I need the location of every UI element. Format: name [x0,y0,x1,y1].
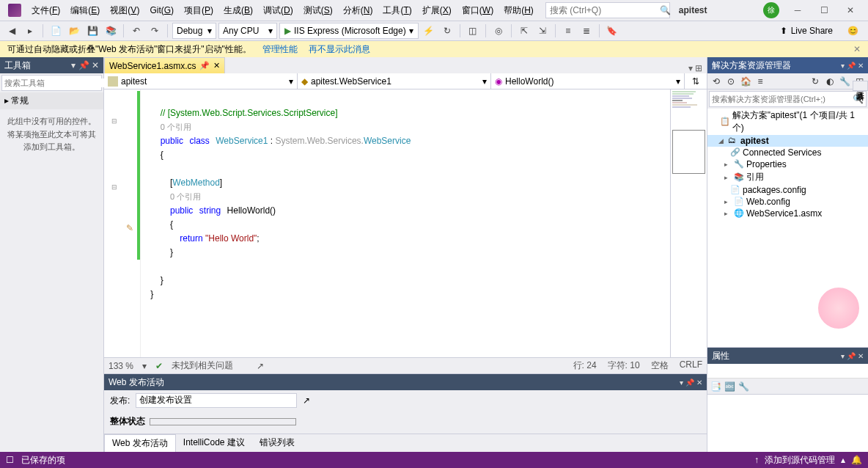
play-icon: ▶ [284,26,291,36]
close-tab-icon[interactable]: ✕ [213,61,220,70]
feedback-icon[interactable]: 😊 [847,26,858,36]
solution-search[interactable]: 🔍 [709,91,867,107]
nav-fwd-button[interactable]: ▸ [22,23,38,39]
menu-view[interactable]: 视图(V) [106,2,144,19]
split-icon[interactable]: ⇅ [685,73,707,89]
class-icon: ◆ [301,76,308,87]
menu-debug[interactable]: 调试(D) [259,2,298,19]
project-icon [108,76,118,87]
nav-class-combo[interactable]: ◆ apitest.WebService1▾ [298,73,491,89]
undo-button[interactable]: ↶ [128,23,144,39]
new-project-button[interactable]: 📄 [48,23,64,39]
platform-combo[interactable]: Any CPU▾ [218,23,277,39]
save-button[interactable]: 💾 [84,23,100,39]
tb-icon-3[interactable]: ⇱ [516,23,532,39]
tb-icon-1[interactable]: ◫ [465,23,481,39]
pin-tab-icon[interactable]: 📌 [199,61,210,70]
minimize-button[interactable]: ─ [788,4,807,17]
issues-text[interactable]: 未找到相关问题 [172,359,233,372]
toolbox-empty-text: 此组中没有可用的控件。将某项拖至此文本可将其添加到工具箱。 [0,109,103,160]
menu-file[interactable]: 文件(F) [27,2,65,19]
publish-profile-combo[interactable]: 创建发布设置 [136,393,297,408]
solution-explorer-toolbar: ⟲ ⊙ 🏠 ≡ ↻ ◐ 🔧 ◫ [707,73,868,89]
nav-member-combo[interactable]: ◉ HelloWorld()▾ [491,73,685,89]
toolbox-panel: 工具箱 ▾ 📌 ✕ 🔍 ✕ ▸ 常规 此组中没有可用的控件。将某项拖至此文本可将… [0,57,104,452]
status-label: 整体状态 [110,415,145,428]
toolbox-search[interactable]: 🔍 ✕ [1,75,102,91]
tab-publish[interactable]: Web 发布活动 [104,434,176,452]
tab-errors[interactable]: 错误列表 [252,434,302,452]
solution-explorer-header[interactable]: 解决方案资源管理器 ▾ 📌 ✕ [707,57,868,73]
se-refresh-icon[interactable]: ↻ [809,76,821,87]
menu-tools[interactable]: 工具(T) [378,2,416,19]
run-button[interactable]: ▶ IIS Express (Microsoft Edge) ▾ [279,23,419,39]
assistant-avatar[interactable] [817,286,861,330]
publish-label: 发布: [110,395,130,407]
add-source-control[interactable]: 添加到源代码管理 [765,454,835,467]
se-home-icon[interactable]: ⟲ [710,76,722,87]
props-az-icon[interactable]: 🔤 [724,381,735,392]
document-tab-active[interactable]: WebService1.asmx.cs 📌 ✕ [104,57,225,73]
tab-intellicode[interactable]: IntelliCode 建议 [176,434,252,452]
nav-project-combo[interactable]: apitest▾ [104,73,298,89]
live-share-button[interactable]: ⬆ Live Share 😊 [780,26,858,36]
menu-test[interactable]: 测试(S) [299,2,337,19]
se-showall-icon[interactable]: ◐ [824,76,836,87]
pencil-icon: ✎ [126,223,136,233]
props-pages-icon[interactable]: 🔧 [738,381,749,392]
attach-button[interactable]: ⚡ [421,23,437,39]
check-icon: ✔ [155,361,163,371]
toolbox-category[interactable]: ▸ 常规 [0,92,103,109]
se-home2-icon[interactable]: 🏠 [740,76,751,87]
se-prop-icon[interactable]: 🔧 [839,76,850,87]
user-avatar[interactable]: 徐 [763,2,779,18]
method-icon: ◉ [495,76,502,87]
tb-icon-6[interactable]: ≣ [578,23,595,39]
vs-logo-icon [8,4,21,17]
toolbox-header[interactable]: 工具箱 ▾ 📌 ✕ [0,57,103,73]
code-editor[interactable]: ⊟ ⊟ ✎ // [System.Web.Script.Services.Scr… [104,89,707,357]
infobar-close-button[interactable]: ✕ [853,44,861,54]
editor-statusbar: 133 %▾ ✔ 未找到相关问题 ↗ 行: 24 字符: 10 空格 CRLF [104,357,707,373]
publish-header[interactable]: Web 发布活动 ▾ 📌 ✕ [104,374,707,390]
menu-help[interactable]: 帮助(H) [499,2,538,19]
pin-icon[interactable]: ▾ 📌 ✕ [71,60,99,70]
nav-back-button[interactable]: ◀ [4,23,20,39]
redo-button[interactable]: ↷ [147,23,163,39]
notifications-icon[interactable]: 🔔 [851,455,862,465]
config-combo[interactable]: Debug▾ [172,23,216,39]
tabs-overflow-icon[interactable]: ▾ ⊞ [688,63,702,73]
menu-project[interactable]: 项目(P) [180,2,218,19]
minimap[interactable] [670,89,707,357]
maximize-button[interactable]: ☐ [814,4,834,17]
menu-edit[interactable]: 编辑(E) [66,2,104,19]
tb-icon-4[interactable]: ⇲ [534,23,551,39]
search-icon: 🔍 [660,5,671,15]
refresh-button[interactable]: ↻ [439,23,455,39]
statusbar: ☐ 已保存的项 ↑ 添加到源代码管理 ▴ 🔔 [0,452,868,468]
publish-action-icon[interactable]: ↗ [303,395,310,406]
global-search-input[interactable]: 🔍 [545,2,670,18]
menu-extensions[interactable]: 扩展(X) [418,2,456,19]
se-collapse-icon[interactable]: ≡ [754,76,766,87]
menu-analyze[interactable]: 分析(N) [339,2,378,19]
props-cat-icon[interactable]: 📑 [710,381,721,392]
properties-header[interactable]: 属性 ▾ 📌 ✕ [707,348,868,364]
menu-git[interactable]: Git(G) [145,3,178,18]
menu-window[interactable]: 窗口(W) [457,2,498,19]
close-button[interactable]: ✕ [841,4,860,17]
tb-icon-5[interactable]: ≡ [560,23,576,39]
dont-show-link[interactable]: 再不显示此消息 [309,43,370,56]
tb-icon-2[interactable]: ◎ [490,23,507,39]
manage-perf-link[interactable]: 管理性能 [262,43,298,56]
tb-icon-7[interactable]: 🔖 [604,23,620,39]
se-back-icon[interactable]: ⊙ [725,76,737,87]
diagnostics-tab[interactable]: 诊断工具 [853,81,868,91]
zoom-combo[interactable]: 133 % [108,361,133,371]
web-publish-panel: Web 发布活动 ▾ 📌 ✕ 发布: 创建发布设置 ↗ 整体状态 Web 发布活… [104,373,707,452]
bottom-tabs: Web 发布活动 IntelliCode 建议 错误列表 [104,434,707,452]
open-button[interactable]: 📂 [66,23,82,39]
menu-build[interactable]: 生成(B) [219,2,257,19]
save-all-button[interactable]: 📚 [103,23,119,39]
saved-icon: ☐ [6,455,14,465]
